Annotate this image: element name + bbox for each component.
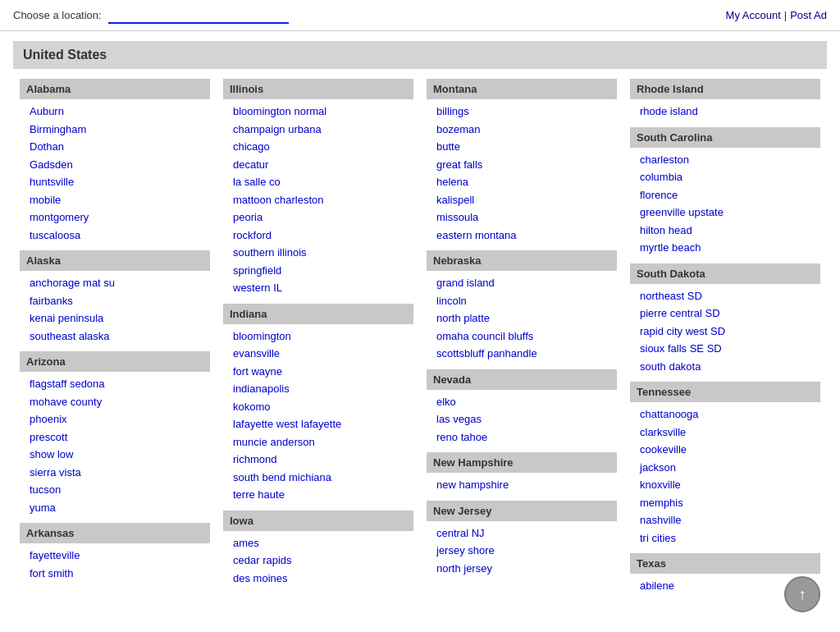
city-link-birmingham[interactable]: Birmingham [20,121,210,139]
city-link-flagstaff-sedona[interactable]: flagstaff sedona [20,375,210,393]
state-header-new-hampshire: New Hampshire [427,452,617,473]
state-header-nebraska: Nebraska [427,250,617,271]
city-link-fayetteville[interactable]: fayetteville [20,547,210,565]
city-link-montgomery[interactable]: montgomery [20,208,210,227]
city-link-helena[interactable]: helena [427,173,617,191]
city-link-lincoln[interactable]: lincoln [427,292,617,310]
city-link-chicago[interactable]: chicago [223,138,413,156]
city-link-scottsbluff-panhandle[interactable]: scottsbluff panhandle [427,345,617,363]
city-link-knoxville[interactable]: knoxville [630,476,820,494]
city-link-prescott[interactable]: prescott [20,428,210,447]
city-link-tucson[interactable]: tucson [20,481,210,499]
city-link-south-bend-michiana[interactable]: south bend michiana [223,469,413,487]
city-link-des-moines[interactable]: des moines [223,570,413,588]
city-link-yuma[interactable]: yuma [20,499,210,517]
city-link-sierra-vista[interactable]: sierra vista [20,464,210,482]
city-link-cookeville[interactable]: cookeville [630,441,820,459]
city-link-rhode-island[interactable]: rhode island [630,103,820,121]
city-link-phoenix[interactable]: phoenix [20,410,210,428]
scroll-top-icon: ↑ [798,585,806,604]
state-header-montana: Montana [427,79,617,99]
city-link-muncie-anderson[interactable]: muncie anderson [223,433,413,451]
scroll-to-top-button[interactable]: ↑ [784,576,820,612]
city-link-eastern-montana[interactable]: eastern montana [427,227,617,245]
city-link-southern-illinois[interactable]: southern illinois [223,244,413,262]
city-link-grand-island[interactable]: grand island [427,274,617,292]
city-link-north-platte[interactable]: north platte [427,309,617,327]
city-link-southeast-alaska[interactable]: southeast alaska [20,327,210,346]
state-header-iowa: Iowa [223,511,413,531]
city-link-north-jersey[interactable]: north jersey [427,560,617,578]
location-input[interactable] [108,7,289,24]
city-link-central-nj[interactable]: central NJ [427,524,617,543]
city-link-jackson[interactable]: jackson [630,459,820,477]
city-link-new-hampshire[interactable]: new hampshire [427,476,617,494]
city-link-chattanooga[interactable]: chattanooga [630,405,820,424]
city-link-springfield[interactable]: springfield [223,262,413,280]
city-link-pierre-central-sd[interactable]: pierre central SD [630,305,820,323]
city-link-florence[interactable]: florence [630,186,820,204]
city-link-great-falls[interactable]: great falls [427,156,617,174]
city-link-columbia[interactable]: columbia [630,168,820,186]
city-link-bloomington[interactable]: bloomington [223,327,413,346]
city-link-billings[interactable]: billings [427,103,617,121]
city-link-peoria[interactable]: peoria [223,208,413,227]
city-link-rockford[interactable]: rockford [223,227,413,245]
city-link-rapid-city-west-sd[interactable]: rapid city west SD [630,323,820,341]
city-link-decatur[interactable]: decatur [223,156,413,174]
city-link-fort-smith[interactable]: fort smith [20,565,210,583]
city-link-elko[interactable]: elko [427,393,617,411]
main-content: United States AlabamaAuburnBirminghamDot… [0,31,840,605]
city-link-ames[interactable]: ames [223,534,413,552]
city-link-butte[interactable]: butte [427,138,617,156]
city-link-nashville[interactable]: nashville [630,511,820,529]
city-link-lafayette-west-lafayette[interactable]: lafayette west lafayette [223,415,413,433]
city-link-auburn[interactable]: Auburn [20,103,210,121]
city-link-richmond[interactable]: richmond [223,451,413,469]
city-link-kalispell[interactable]: kalispell [427,191,617,209]
section-title: United States [13,41,827,69]
state-header-arizona: Arizona [20,351,210,372]
city-link-kenai-peninsula[interactable]: kenai peninsula [20,309,210,327]
city-link-champaign-urbana[interactable]: champaign urbana [223,121,413,139]
city-link-south-dakota[interactable]: south dakota [630,358,820,376]
city-link-gadsden[interactable]: Gadsden [20,156,210,174]
state-header-alabama: Alabama [20,79,210,99]
city-link-reno-tahoe[interactable]: reno tahoe [427,428,617,447]
city-link-tri-cities[interactable]: tri cities [630,529,820,547]
city-link-bloomington-normal[interactable]: bloomington normal [223,103,413,121]
city-link-fort-wayne[interactable]: fort wayne [223,363,413,381]
column-2: Montanabillingsbozemanbuttegreat fallshe… [420,79,623,577]
city-link-sioux-falls-se-sd[interactable]: sioux falls SE SD [630,340,820,358]
my-account-link[interactable]: My Account [726,9,781,21]
city-link-la-salle-co[interactable]: la salle co [223,173,413,191]
city-link-huntsville[interactable]: huntsville [20,173,210,191]
city-link-tuscaloosa[interactable]: tuscaloosa [20,227,210,245]
city-link-mobile[interactable]: mobile [20,191,210,209]
city-link-cedar-rapids[interactable]: cedar rapids [223,552,413,570]
city-link-western-il[interactable]: western IL [223,279,413,297]
city-link-mohave-county[interactable]: mohave county [20,393,210,411]
city-link-clarksville[interactable]: clarksville [630,424,820,442]
city-link-memphis[interactable]: memphis [630,494,820,512]
city-link-show-low[interactable]: show low [20,446,210,464]
city-link-omaha-council-bluffs[interactable]: omaha council bluffs [427,327,617,346]
city-link-greenville-upstate[interactable]: greenville upstate [630,204,820,222]
city-link-northeast-sd[interactable]: northeast SD [630,287,820,305]
city-link-bozeman[interactable]: bozeman [427,121,617,139]
city-link-myrtle-beach[interactable]: myrtle beach [630,239,820,257]
city-link-dothan[interactable]: Dothan [20,138,210,156]
city-link-evansville[interactable]: evansville [223,345,413,363]
city-link-fairbanks[interactable]: fairbanks [20,292,210,310]
post-ad-link[interactable]: Post Ad [790,9,827,21]
city-link-indianapolis[interactable]: indianapolis [223,380,413,398]
city-link-terre-haute[interactable]: terre haute [223,486,413,504]
city-link-kokomo[interactable]: kokomo [223,398,413,416]
city-link-jersey-shore[interactable]: jersey shore [427,542,617,560]
city-link-missoula[interactable]: missoula [427,208,617,227]
city-link-charleston[interactable]: charleston [630,151,820,169]
city-link-hilton-head[interactable]: hilton head [630,222,820,240]
city-link-mattoon-charleston[interactable]: mattoon charleston [223,191,413,209]
city-link-anchorage-mat-su[interactable]: anchorage mat su [20,274,210,292]
city-link-las-vegas[interactable]: las vegas [427,410,617,428]
